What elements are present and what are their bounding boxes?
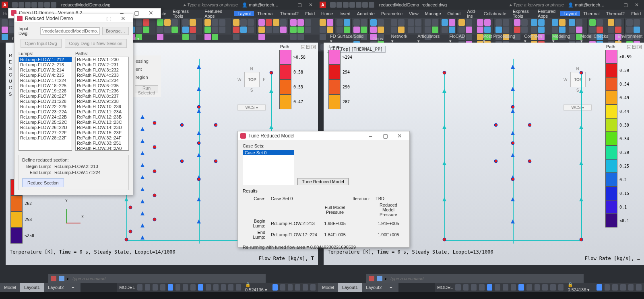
menu-item[interactable]: Collaborate bbox=[481, 11, 510, 16]
menu-item[interactable]: Thermal2 bbox=[277, 11, 302, 16]
panel-label[interactable]: Environment ▾ bbox=[618, 34, 644, 44]
ribbon-tool[interactable] bbox=[212, 34, 218, 40]
close-button[interactable]: ✕ bbox=[392, 133, 407, 139]
list-item[interactable]: RcPath.FLOW.6::235 bbox=[76, 83, 128, 88]
ribbon-tool[interactable] bbox=[2, 27, 8, 33]
menu-item[interactable]: Annotate bbox=[354, 11, 378, 16]
list-item[interactable]: RcPath.FLOW.3::232 bbox=[76, 68, 128, 73]
ribbon-tool[interactable] bbox=[626, 27, 633, 33]
ribbon-tool[interactable] bbox=[2, 34, 8, 40]
ribbon-tool[interactable] bbox=[432, 27, 438, 33]
menu-item[interactable]: Layout bbox=[234, 11, 254, 16]
ribbon-tool[interactable] bbox=[569, 27, 575, 33]
ribbon-tool[interactable] bbox=[190, 19, 196, 26]
ribbon-tool[interactable] bbox=[290, 34, 297, 40]
ribbon-tool[interactable] bbox=[233, 34, 239, 40]
list-item[interactable]: RcPath.FLOW.12::23B bbox=[76, 115, 128, 120]
ribbon-tool[interactable] bbox=[344, 27, 350, 33]
ribbon-tool[interactable] bbox=[273, 27, 279, 33]
list-item[interactable]: RcLump.FLOW.23::22A bbox=[19, 109, 72, 115]
ribbon-tool[interactable] bbox=[370, 19, 377, 26]
model-tabs-left[interactable]: ModelLayout1Layout2+ bbox=[0, 283, 80, 292]
ribbon-tool[interactable] bbox=[626, 19, 633, 26]
list-item[interactable]: RcLump.FLOW.25::22C bbox=[19, 120, 72, 125]
qat-tool[interactable] bbox=[336, 2, 342, 8]
maximize-button[interactable]: ▢ bbox=[294, 1, 305, 9]
ribbon-tool[interactable] bbox=[361, 19, 367, 26]
list-item[interactable]: RcLump.FLOW.1::212 bbox=[19, 57, 72, 62]
ribbon-tool[interactable] bbox=[143, 19, 149, 26]
ribbon-tool[interactable] bbox=[336, 27, 343, 33]
ribbon-tool[interactable] bbox=[495, 27, 502, 33]
ribbon-tool[interactable] bbox=[204, 19, 211, 26]
model-tab[interactable]: Model bbox=[318, 283, 338, 292]
ribbon-tool[interactable] bbox=[258, 34, 265, 40]
command-bar-right[interactable]: ▸ bbox=[366, 274, 584, 283]
ribbon-tool[interactable] bbox=[576, 27, 582, 33]
menu-item[interactable]: Featured Apps bbox=[201, 9, 234, 18]
ribbon-tool[interactable] bbox=[597, 27, 603, 33]
command-input[interactable] bbox=[72, 276, 263, 281]
ribbon-tool[interactable] bbox=[608, 27, 614, 33]
menu-item[interactable]: Add-ins bbox=[464, 9, 481, 18]
ribbon-tool[interactable] bbox=[2, 19, 8, 26]
ribbon-tool[interactable] bbox=[597, 19, 603, 26]
ribbon-tool[interactable] bbox=[190, 34, 196, 40]
list-item[interactable]: RcPath.FLOW.33::251 bbox=[76, 141, 128, 146]
model-tab[interactable]: Model bbox=[0, 283, 20, 292]
ribbon-tool[interactable] bbox=[391, 19, 397, 26]
list-item[interactable]: RcLump.FLOW.24::22B bbox=[19, 115, 72, 120]
ribbon-tool[interactable] bbox=[353, 27, 360, 33]
list-item[interactable]: RcLump.FLOW.22::229 bbox=[19, 104, 72, 109]
list-item[interactable]: RcPath.FLOW.1::230 bbox=[76, 57, 128, 62]
ribbon-tool[interactable] bbox=[266, 19, 272, 26]
qat-tool[interactable] bbox=[38, 2, 43, 8]
menu-item[interactable]: Fluid bbox=[628, 11, 644, 16]
list-item[interactable]: RcPath.FLOW.7::236 bbox=[76, 88, 128, 94]
ribbon-tool[interactable] bbox=[280, 27, 287, 33]
ribbon-tool[interactable] bbox=[458, 19, 465, 26]
qat-tool[interactable] bbox=[349, 2, 355, 8]
ribbon-tool[interactable] bbox=[344, 19, 350, 26]
ribbon-tool[interactable] bbox=[432, 19, 438, 26]
panel-label[interactable]: Modeling ▾ bbox=[552, 34, 572, 44]
ribbon-tool[interactable] bbox=[248, 27, 254, 33]
ribbon-tool[interactable] bbox=[552, 27, 558, 33]
list-item[interactable]: RcPath.FLOW.8::237 bbox=[76, 94, 128, 99]
qat-tool[interactable] bbox=[343, 2, 349, 8]
cmd-icon[interactable] bbox=[377, 276, 382, 281]
ribbon-tool[interactable] bbox=[531, 19, 537, 26]
qat-tool[interactable] bbox=[369, 2, 374, 8]
ribbon-tool[interactable] bbox=[484, 19, 491, 26]
ribbon-tool[interactable] bbox=[248, 19, 254, 26]
menu-item[interactable]: Fluid bbox=[302, 11, 318, 16]
minimize-button[interactable]: – bbox=[609, 1, 620, 9]
ribbon-tool[interactable] bbox=[171, 27, 178, 33]
ribbon-tool[interactable] bbox=[521, 27, 528, 33]
panel-label[interactable]: Common ▾ bbox=[524, 34, 544, 44]
user-label[interactable]: 👤 matt@crtech… bbox=[568, 2, 605, 8]
ribbon-tool[interactable] bbox=[327, 27, 333, 33]
menu-item[interactable]: Home bbox=[318, 11, 336, 16]
ribbon-tool[interactable] bbox=[615, 19, 621, 26]
list-item[interactable]: RcPath.FLOW.2::231 bbox=[76, 62, 128, 68]
ribbon-tool[interactable] bbox=[634, 27, 640, 33]
qat-tool[interactable] bbox=[330, 2, 336, 8]
menu-item[interactable]: Layout bbox=[560, 11, 580, 16]
ribbon-tool[interactable] bbox=[219, 27, 225, 33]
copy-dwg-button[interactable]: Copy Dwg To New Session bbox=[65, 39, 127, 48]
ribbon-tool[interactable] bbox=[212, 27, 218, 33]
ribbon-tool[interactable] bbox=[297, 27, 304, 33]
command-bar-left[interactable]: ▸ bbox=[48, 274, 266, 283]
ribbon-tool[interactable] bbox=[212, 19, 218, 26]
ribbon-tool[interactable] bbox=[305, 19, 311, 26]
model-tab[interactable]: Layout1 bbox=[338, 283, 362, 292]
input-dwg-field[interactable] bbox=[40, 27, 100, 35]
list-item[interactable]: RcPath.FLOW.34::2A0 bbox=[76, 146, 128, 151]
panel-label[interactable]: Articulators ▾ bbox=[417, 34, 441, 44]
list-item[interactable]: RcPath.FLOW.15::23E bbox=[76, 130, 128, 135]
maximize-button[interactable]: ▢ bbox=[378, 133, 392, 139]
list-item[interactable]: RcLump.FLOW.27::22E bbox=[19, 130, 72, 135]
ribbon-tool[interactable] bbox=[171, 19, 178, 26]
ribbon-tool[interactable] bbox=[559, 19, 566, 26]
